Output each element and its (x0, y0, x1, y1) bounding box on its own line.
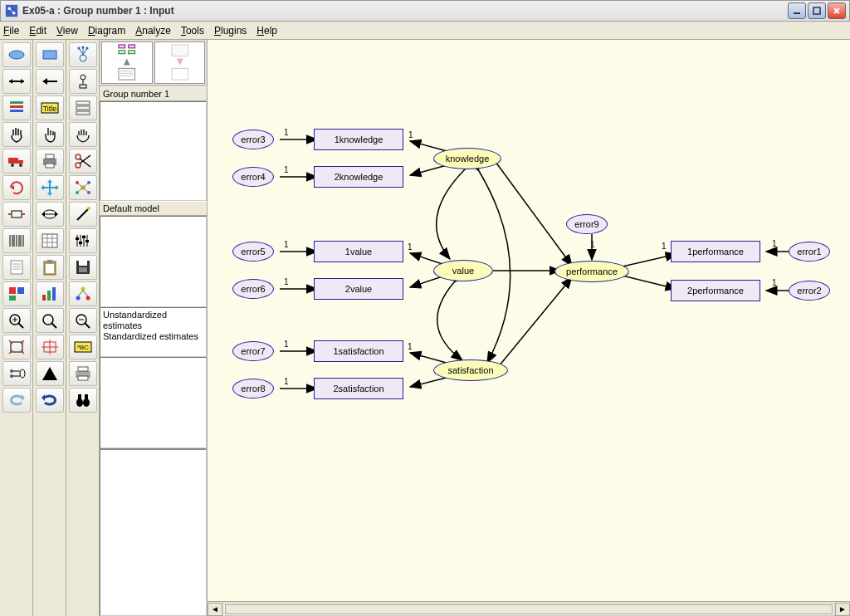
node-2satisfaction[interactable]: 2satisfaction (314, 378, 403, 399)
tool-switch-icon[interactable] (69, 69, 97, 94)
tool-printer-icon[interactable] (36, 149, 64, 174)
tool-triangle-icon[interactable] (36, 361, 64, 386)
node-error5[interactable]: error5 (232, 242, 274, 262)
thumbnail-input-diagram[interactable] (101, 42, 153, 84)
scroll-track[interactable] (222, 603, 835, 616)
node-2performance[interactable]: 2performance (671, 280, 760, 301)
close-button[interactable] (828, 2, 846, 19)
node-error3[interactable]: error3 (232, 130, 274, 149)
node-error9[interactable]: error9 (566, 214, 608, 234)
tool-double-arrow[interactable] (2, 69, 31, 94)
menu-edit[interactable]: Edit (29, 25, 46, 37)
tool-redo-icon[interactable] (36, 388, 64, 413)
tool-ellipse[interactable] (2, 42, 31, 67)
horizontal-scrollbar[interactable]: ◄ ► (208, 601, 850, 616)
menu-tools[interactable]: Tools (181, 25, 204, 37)
svg-marker-50 (42, 78, 47, 85)
svg-rect-13 (10, 105, 23, 108)
svg-marker-60 (41, 185, 44, 190)
tool-move-icon[interactable] (36, 175, 64, 200)
tool-binoculars-icon[interactable] (69, 388, 97, 413)
minimize-button[interactable] (788, 2, 806, 19)
tool-barcode-icon[interactable] (2, 228, 31, 253)
node-error2[interactable]: error2 (789, 281, 830, 301)
tool-arrow-left[interactable] (36, 69, 64, 94)
menu-help[interactable]: Help (256, 25, 277, 37)
menu-file[interactable]: File (3, 25, 19, 37)
node-error7[interactable]: error7 (232, 341, 274, 361)
node-performance[interactable]: performance (554, 261, 629, 282)
diagram-canvas[interactable]: error3 error4 error5 error6 error7 error… (208, 40, 850, 601)
node-error8[interactable]: error8 (232, 379, 274, 398)
tool-target-icon[interactable] (36, 335, 64, 359)
tool-resize-h[interactable] (2, 202, 31, 227)
tool-rotate[interactable] (2, 175, 31, 200)
svg-marker-65 (55, 212, 58, 217)
svg-rect-48 (43, 51, 56, 59)
tool-hand[interactable] (2, 122, 31, 147)
tool-grab-hand[interactable] (69, 122, 97, 147)
menu-analyze[interactable]: Analyze (135, 25, 171, 37)
tool-rect[interactable] (36, 42, 64, 67)
svg-rect-73 (46, 264, 54, 273)
tool-zoom-mag[interactable] (36, 308, 64, 333)
node-1value[interactable]: 1value (314, 241, 403, 262)
tool-tree-icon[interactable] (69, 281, 97, 306)
menu-diagram[interactable]: Diagram (88, 25, 125, 37)
node-knowledge[interactable]: knowledge (433, 148, 501, 169)
thumbnail-output-diagram[interactable] (154, 42, 206, 84)
node-error1[interactable]: error1 (789, 242, 830, 262)
tool-palette-2: Title (33, 40, 66, 616)
tool-zoom-out[interactable] (69, 308, 97, 333)
maximize-button[interactable] (808, 2, 826, 19)
tool-chart-icon[interactable] (36, 281, 64, 306)
tool-pointer-hand[interactable] (36, 122, 64, 147)
menu-view[interactable]: View (56, 25, 78, 37)
node-value[interactable]: value (433, 260, 493, 281)
tool-zoom-in[interactable] (2, 308, 31, 333)
tool-clipboard-icon[interactable] (36, 255, 64, 280)
scroll-thumb[interactable] (225, 604, 833, 614)
scroll-left-button[interactable]: ◄ (208, 603, 222, 616)
tool-latent-icon[interactable] (69, 42, 97, 67)
svg-rect-141 (129, 45, 135, 48)
tool-data-icon[interactable] (2, 95, 31, 120)
tool-abc-icon[interactable]: ᵃBC (69, 335, 97, 359)
tool-sliders-icon[interactable] (69, 228, 97, 253)
tool-stack-icon[interactable] (69, 95, 97, 120)
groups-panel-body[interactable] (100, 101, 207, 201)
node-1satisfaction[interactable]: 1satisfaction (314, 340, 403, 362)
models-panel-body[interactable] (100, 216, 207, 307)
tool-palette-icon[interactable] (2, 281, 31, 306)
tool-link1-icon[interactable] (2, 361, 31, 386)
tool-scissors-icon[interactable] (69, 149, 97, 174)
tool-wand-icon[interactable] (69, 202, 97, 227)
tool-truck-icon[interactable] (2, 149, 31, 174)
tool-save-icon[interactable] (69, 255, 97, 280)
tool-undo-icon[interactable] (2, 388, 31, 413)
tool-title[interactable]: Title (36, 95, 64, 120)
parameters-panel[interactable] (100, 357, 207, 448)
node-2value[interactable]: 2value (314, 278, 403, 300)
node-1performance[interactable]: 1performance (671, 241, 760, 262)
node-error6[interactable]: error6 (232, 279, 274, 299)
tool-print-icon[interactable] (69, 361, 97, 386)
node-1knowledge[interactable]: 1knowledge (314, 129, 403, 150)
node-2knowledge[interactable]: 2knowledge (314, 166, 403, 188)
output-panel[interactable] (100, 448, 207, 616)
tool-page-icon[interactable] (2, 255, 31, 280)
node-error4[interactable]: error4 (232, 167, 274, 187)
tool-fit-icon[interactable] (2, 335, 31, 359)
svg-rect-94 (76, 101, 90, 105)
svg-marker-144 (124, 59, 130, 66)
estimates-panel[interactable]: Unstandardized estimates Standardized es… (100, 307, 207, 357)
estimates-standardized[interactable]: Standardized estimates (103, 331, 203, 342)
scroll-right-button[interactable]: ► (835, 603, 850, 616)
svg-point-88 (77, 47, 80, 50)
menu-plugins[interactable]: Plugins (214, 25, 247, 37)
tool-network-icon[interactable] (69, 175, 97, 200)
node-satisfaction[interactable]: satisfaction (433, 359, 508, 381)
tool-ellipse-move[interactable] (36, 202, 64, 227)
estimates-unstandardized[interactable]: Unstandardized estimates (103, 310, 203, 331)
tool-grid-icon[interactable] (36, 228, 64, 253)
